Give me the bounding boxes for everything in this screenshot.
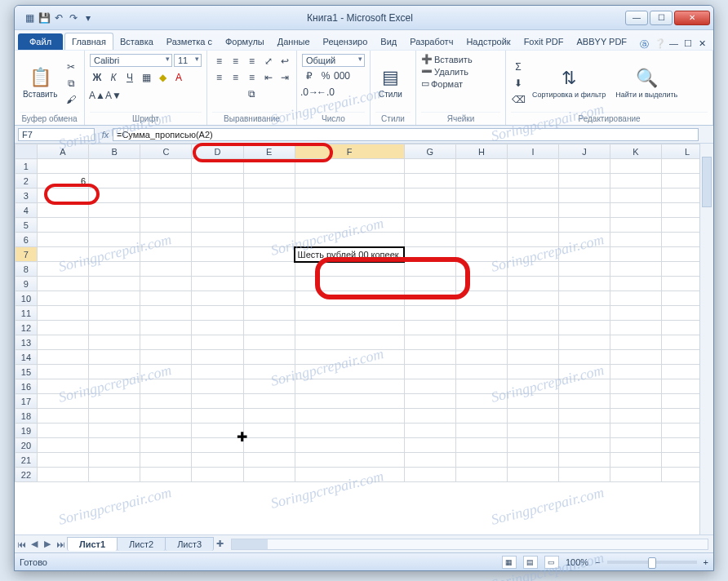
cell-H11[interactable] [455,306,507,321]
cell-D8[interactable] [192,262,243,277]
cell-C18[interactable] [140,409,192,424]
cell-H3[interactable] [455,188,507,203]
align-bottom-icon[interactable]: ≡ [245,54,260,69]
cell-H4[interactable] [455,203,507,218]
tab-review[interactable]: Рецензиро [317,33,375,50]
cell-G5[interactable] [404,218,455,233]
align-center-icon[interactable]: ≡ [229,70,243,85]
cell-G8[interactable] [404,262,455,277]
row-header-2[interactable]: 2 [16,174,38,188]
cell-K15[interactable] [610,365,661,379]
cell-J3[interactable] [558,188,610,203]
cell-E2[interactable] [243,174,295,188]
cell-G18[interactable] [404,409,455,424]
cell-J5[interactable] [558,218,610,233]
cell-I19[interactable] [507,424,558,438]
cell-A17[interactable] [37,394,88,409]
cell-A19[interactable] [37,424,88,438]
horizontal-scrollbar[interactable] [231,539,708,550]
cell-H6[interactable] [455,233,507,247]
cell-J15[interactable] [558,365,610,379]
cell-J9[interactable] [558,277,610,291]
row-header-16[interactable]: 16 [16,379,38,394]
cell-I6[interactable] [507,233,558,247]
cell-F20[interactable] [295,438,404,453]
indent-dec-icon[interactable]: ⇤ [261,70,276,85]
percent-icon[interactable]: % [318,69,333,83]
cell-H10[interactable] [455,291,507,306]
cell-E4[interactable] [243,203,295,218]
cell-E19[interactable] [243,424,295,438]
cell-F1[interactable] [295,159,404,174]
cell-A3[interactable] [37,188,88,203]
cell-C3[interactable] [140,188,192,203]
tab-formulas[interactable]: Формулы [219,33,271,50]
cell-A10[interactable] [37,291,88,306]
undo-icon[interactable]: ↶ [52,11,65,24]
cell-G16[interactable] [404,379,455,394]
inc-decimal-icon[interactable]: .0→ [302,85,317,100]
row-header-15[interactable]: 15 [16,365,38,379]
cell-E11[interactable] [243,306,295,321]
cell-B11[interactable] [89,306,140,321]
cell-D19[interactable] [192,424,243,438]
format-painter-icon[interactable]: 🖌 [64,92,78,107]
col-header-G[interactable]: G [404,144,455,159]
row-header-10[interactable]: 10 [16,291,38,306]
cell-I1[interactable] [507,159,558,174]
cell-F13[interactable] [295,335,404,350]
vertical-scrollbar[interactable] [699,144,713,534]
cell-B22[interactable] [89,468,140,482]
cell-B13[interactable] [89,335,140,350]
cell-C2[interactable] [140,174,192,188]
col-header-F[interactable]: F [295,144,404,159]
cut-icon[interactable]: ✂ [64,60,78,74]
cell-B12[interactable] [89,321,140,335]
col-header-H[interactable]: H [455,144,507,159]
cell-D4[interactable] [192,203,243,218]
cell-K8[interactable] [610,262,661,277]
cell-I16[interactable] [507,379,558,394]
fill-icon[interactable]: ⬇ [511,76,526,91]
cell-J21[interactable] [558,453,610,468]
cell-K11[interactable] [610,306,661,321]
row-header-4[interactable]: 4 [16,203,38,218]
cell-H22[interactable] [455,468,507,482]
cell-J14[interactable] [558,350,610,365]
help-icon[interactable]: ❔ [655,38,666,50]
cell-K21[interactable] [610,453,661,468]
cell-D14[interactable] [192,350,243,365]
cell-I11[interactable] [507,306,558,321]
cell-J20[interactable] [558,438,610,453]
cell-E20[interactable] [243,438,295,453]
cell-B20[interactable] [89,438,140,453]
paste-button[interactable]: 📋 Вставить [20,65,60,100]
cell-J10[interactable] [558,291,610,306]
row-header-12[interactable]: 12 [16,321,38,335]
fill-color-icon[interactable]: ◆ [155,70,170,85]
row-header-18[interactable]: 18 [16,409,38,424]
align-top-icon[interactable]: ≡ [212,54,227,69]
align-right-icon[interactable]: ≡ [245,70,260,85]
orientation-icon[interactable]: ⤢ [261,54,276,69]
cell-F21[interactable] [295,453,404,468]
cell-B15[interactable] [89,365,140,379]
cell-I20[interactable] [507,438,558,453]
cell-A7[interactable] [37,247,88,262]
cell-J13[interactable] [558,335,610,350]
cell-H15[interactable] [455,365,507,379]
row-header-11[interactable]: 11 [16,306,38,321]
cell-C11[interactable] [140,306,192,321]
cell-E21[interactable] [243,453,295,468]
cell-H18[interactable] [455,409,507,424]
cell-I10[interactable] [507,291,558,306]
cell-B6[interactable] [89,233,140,247]
cell-C21[interactable] [140,453,192,468]
cells-insert-button[interactable]: ➕ Вставить [421,54,473,64]
comma-icon[interactable]: 000 [335,69,349,83]
cell-K7[interactable] [610,247,661,262]
cell-D5[interactable] [192,218,243,233]
cell-G21[interactable] [404,453,455,468]
sheet-nav-prev-icon[interactable]: ◀ [28,539,41,549]
cell-D17[interactable] [192,394,243,409]
